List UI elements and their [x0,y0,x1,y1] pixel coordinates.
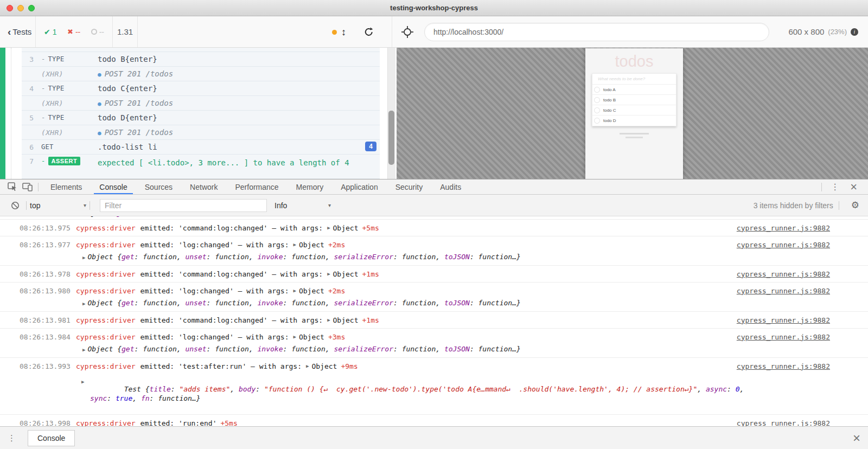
check-icon: ✔ [44,28,50,36]
source-link[interactable]: cypress_runner.js:9882 [737,362,830,370]
viewport-size: 600 x 800 [788,27,824,36]
tab-elements[interactable]: Elements [42,179,91,194]
url-bar[interactable]: http://localhost:3000/ [424,23,769,41]
close-window-icon[interactable] [7,5,13,11]
console-log-entry[interactable]: 08:26:13.975 cypress:driver emitted: 'co… [0,220,868,236]
log-object[interactable]: Object [311,362,337,370]
console-log-entry[interactable]: 08:26:13.998 cypress:driver emitted: 'ru… [0,415,868,426]
log-level-select[interactable]: Info ▾ [275,201,331,210]
todo-label: todo A [603,87,616,92]
drawer-menu-icon[interactable]: ⋮ [8,433,16,443]
tab-performance[interactable]: Performance [226,179,287,194]
log-object[interactable]: Object [333,270,359,278]
expand-triangle-icon[interactable]: ▶ [306,363,309,369]
minimize-window-icon[interactable] [17,5,24,11]
expand-triangle-icon[interactable]: ▶ [82,299,85,308]
expand-triangle-icon[interactable]: ▶ [293,288,296,293]
filter-input[interactable] [100,199,267,212]
selector-playground-icon[interactable] [400,25,414,39]
log-object[interactable]: Object [299,333,324,341]
todo-item[interactable]: todo D [592,116,676,126]
new-todo-input[interactable]: What needs to be done? [592,74,676,85]
expand-triangle-icon[interactable]: ▶ [327,271,330,277]
todo-checkbox-icon[interactable] [594,118,600,124]
console-log-entry[interactable]: 08:26:13.993 cypress:driver emitted: 'te… [0,358,868,415]
xhr-dot-icon: ● [98,71,101,78]
devtools-menu-icon[interactable]: ⋮ [825,182,845,192]
log-object[interactable]: Object [299,287,324,295]
source-link[interactable]: cypress_runner.js:9882 [737,224,830,232]
drawer-close-icon[interactable]: × [853,431,860,446]
command-row-xhr[interactable]: (XHR) ●POST 201 /todos [22,67,380,81]
source-link[interactable]: cypress_runner.js:9882 [737,241,830,249]
todo-app-preview: todos What needs to be done? todo A todo… [585,48,683,179]
source-link[interactable]: cypress_runner.js:9882 [737,270,830,278]
expand-triangle-icon[interactable]: ▶ [81,377,84,387]
execution-context-select[interactable]: top ▾ [30,201,86,210]
console-log-entry[interactable]: 08:26:13.978 cypress:driver emitted: 'co… [0,266,868,283]
tab-audits[interactable]: Audits [431,179,470,194]
clear-console-icon[interactable] [8,201,23,210]
expand-triangle-icon[interactable]: ▶ [327,317,330,323]
tab-network[interactable]: Network [181,179,226,194]
log-timestamp: 08:26:13.998 [20,419,76,427]
pending-stat[interactable]: -- [91,28,104,36]
source-link[interactable]: cypress_runner.js:9882 [737,419,830,427]
expand-triangle-icon[interactable]: ▶ [293,334,296,339]
log-object[interactable]: Object [333,316,359,324]
expand-triangle-icon[interactable]: ▶ [293,242,296,247]
tab-sources[interactable]: Sources [136,179,181,194]
devtools-tabbar: Elements Console Sources Network Perform… [0,179,868,195]
command-row-xhr[interactable]: (XHR) ●POST 201 /todos [22,125,380,140]
status-dot-icon [332,30,337,35]
object-preview[interactable]: ▶ Object {get: function, unset: function… [0,253,868,265]
zoom-window-icon[interactable] [28,5,35,11]
command-name: TYPE [48,114,65,121]
todo-checkbox-icon[interactable] [594,107,600,113]
expand-triangle-icon[interactable]: ▶ [327,225,330,230]
todo-checkbox-icon[interactable] [594,97,600,103]
console-log-entry[interactable]: 08:26:13.984 cypress:driver emitted: 'lo… [0,329,868,358]
devtools-close-icon[interactable]: × [845,182,863,193]
refresh-icon[interactable] [363,27,374,37]
console-log-entry[interactable]: 08:26:13.977 cypress:driver emitted: 'lo… [0,236,868,266]
command-row-get[interactable]: 6 GET .todo-list li 4 [22,140,380,155]
drawer-tab-console[interactable]: Console [28,430,75,446]
source-link[interactable]: cypress_runner.js:9882 [737,287,830,295]
expand-triangle-icon[interactable]: ▶ [82,345,85,354]
todo-item[interactable]: todo C [592,105,676,116]
updown-arrow-icon[interactable]: ↕ [341,26,346,37]
tab-application[interactable]: Application [332,179,387,194]
todo-item[interactable]: todo A [592,85,676,95]
command-row-type[interactable]: 3 -TYPE todo B{enter} [22,52,380,67]
todo-checkbox-icon[interactable] [594,87,600,93]
command-row-assert[interactable]: 7 -ASSERT expected [ <li.todo>, 3 more..… [22,155,380,179]
object-preview[interactable]: ▶ Object {get: function, unset: function… [0,299,868,311]
test-object-preview[interactable]: ▶Test {title: "adds items", body: "funct… [0,374,868,414]
command-row-type[interactable]: 4 -TYPE todo C{enter} [22,81,380,96]
device-toolbar-icon[interactable] [20,183,35,191]
log-object[interactable]: Object [299,241,324,249]
failed-stat[interactable]: ✖ -- [67,28,80,36]
inspect-element-icon[interactable] [4,182,20,191]
info-icon[interactable]: i [851,28,858,36]
command-row-type[interactable]: 5 -TYPE todo D{enter} [22,111,380,125]
tab-security[interactable]: Security [387,179,432,194]
todo-item[interactable]: todo B [592,95,676,105]
source-link[interactable]: cypress_runner.js:9882 [737,316,830,324]
passed-stat[interactable]: ✔ 1 [44,28,57,36]
tab-console[interactable]: Console [91,179,136,194]
window-controls[interactable] [7,5,35,11]
back-to-tests-button[interactable]: ‹ Tests [0,16,36,47]
tab-memory[interactable]: Memory [288,179,333,194]
expand-triangle-icon[interactable]: ▶ [82,253,85,262]
source-link[interactable]: cypress_runner.js:9882 [737,333,830,341]
log-object[interactable]: Object [333,224,359,232]
xhr-message: POST 201 /todos [105,69,173,78]
reporter-scrollbar-thumb[interactable] [388,111,394,165]
console-log-entry[interactable]: 08:26:13.981 cypress:driver emitted: 'co… [0,312,868,329]
object-preview[interactable]: ▶ Object {get: function, unset: function… [0,345,868,357]
console-settings-icon[interactable]: ⚙ [851,200,859,211]
console-log-entry[interactable]: 08:26:13.980 cypress:driver emitted: 'lo… [0,283,868,312]
command-row-xhr[interactable]: (XHR) ●POST 201 /todos [22,96,380,111]
